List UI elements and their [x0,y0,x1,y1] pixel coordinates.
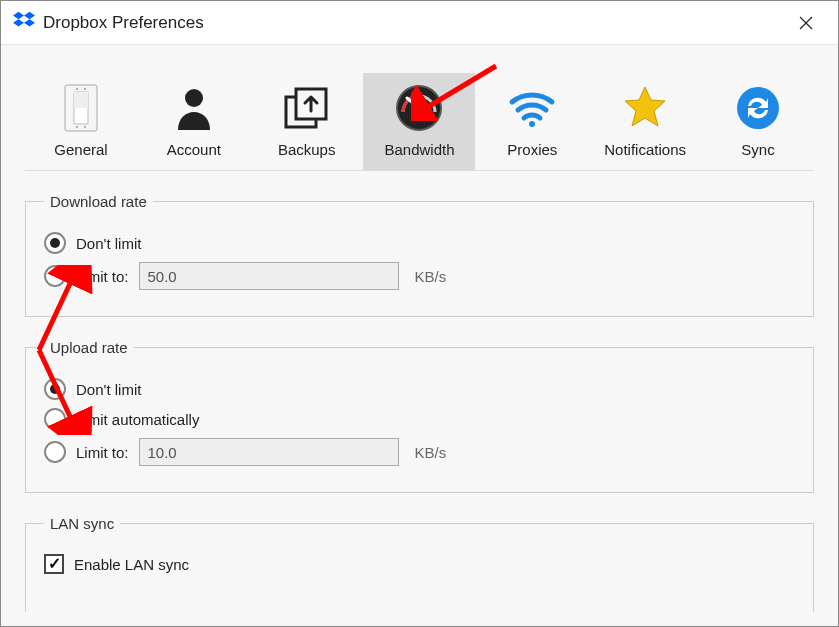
option-label: Limit to: [76,268,129,285]
dropbox-logo-icon [13,10,35,35]
tab-label: General [54,141,107,158]
gauge-icon [395,83,443,133]
option-label: Don't limit [76,381,141,398]
group-legend: Upload rate [44,339,134,356]
option-label: Don't limit [76,235,141,252]
group-legend: LAN sync [44,515,120,532]
group-legend: Download rate [44,193,153,210]
window-title: Dropbox Preferences [43,13,786,33]
option-label: Enable LAN sync [74,556,189,573]
tabs-bar: General Account Backups [25,45,814,171]
download-rate-group: Download rate Don't limit Limit to: KB/s [25,193,814,317]
svg-point-4 [84,88,86,90]
enable-lan-sync-checkbox[interactable] [44,554,64,574]
download-limit-to-radio[interactable] [44,265,66,287]
svg-point-7 [185,89,203,107]
tab-label: Notifications [604,141,686,158]
person-icon [174,83,214,133]
content-area: General Account Backups [1,45,838,627]
upload-limit-to-radio[interactable] [44,441,66,463]
upload-rate-group: Upload rate Don't limit Limit automatica… [25,339,814,493]
backup-icon [284,83,330,133]
tab-proxies[interactable]: Proxies [476,73,588,170]
tab-notifications[interactable]: Notifications [589,73,701,170]
star-icon [622,83,668,133]
upload-dont-limit-radio[interactable] [44,378,66,400]
sync-icon [736,83,780,133]
tab-label: Account [167,141,221,158]
upload-limit-input[interactable] [139,438,399,466]
unit-label: KB/s [415,444,447,461]
tab-account[interactable]: Account [138,73,250,170]
download-limit-input[interactable] [139,262,399,290]
tab-bandwidth[interactable]: Bandwidth [363,73,475,170]
svg-point-3 [76,88,78,90]
wifi-icon [508,83,556,133]
svg-rect-2 [74,92,88,108]
unit-label: KB/s [415,268,447,285]
svg-point-5 [76,126,78,128]
upload-limit-auto-radio[interactable] [44,408,66,430]
tab-label: Proxies [507,141,557,158]
tab-label: Sync [741,141,774,158]
tab-label: Bandwidth [384,141,454,158]
svg-point-12 [415,104,423,112]
switch-icon [64,83,98,133]
close-button[interactable] [786,8,826,38]
titlebar: Dropbox Preferences [1,1,838,45]
tab-backups[interactable]: Backups [251,73,363,170]
tab-sync[interactable]: Sync [702,73,814,170]
download-dont-limit-radio[interactable] [44,232,66,254]
option-label: Limit to: [76,444,129,461]
svg-point-13 [529,121,535,127]
tab-general[interactable]: General [25,73,137,170]
lan-sync-group: LAN sync Enable LAN sync [25,515,814,612]
option-label: Limit automatically [76,411,199,428]
svg-point-6 [84,126,86,128]
tab-label: Backups [278,141,336,158]
